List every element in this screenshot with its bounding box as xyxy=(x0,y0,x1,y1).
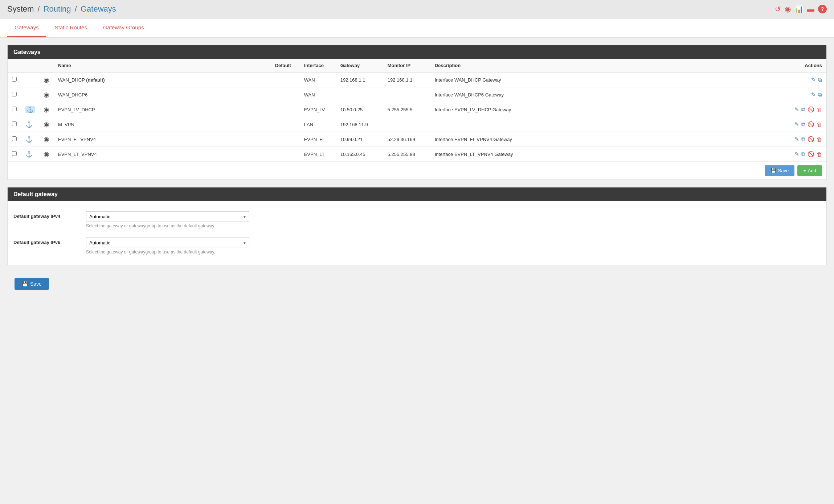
status-icon: ◉ xyxy=(44,106,49,113)
status-icon: ◉ xyxy=(44,136,49,143)
stop-icon[interactable]: ◉ xyxy=(785,5,791,13)
breadcrumb-routing[interactable]: Routing xyxy=(44,4,71,13)
help-icon[interactable]: ? xyxy=(818,5,827,13)
add-button[interactable]: + Add xyxy=(797,165,822,176)
ban-icon[interactable]: 🚫 xyxy=(808,151,814,157)
gateway-description: Interface EVPN_FI_VPNV4 Gateway xyxy=(430,132,783,147)
breadcrumb-gateways[interactable]: Gateways xyxy=(81,4,116,13)
gateway-interface: LAN xyxy=(300,117,336,132)
gateway-actions: ✎⧉🚫🗑 xyxy=(783,147,826,162)
ipv6-select-wrap: Automatic xyxy=(86,237,249,248)
gateway-ip: 10.50.0.25 xyxy=(336,102,383,117)
table-row: ◉WAN_DHCP6WANInterface WAN_DHCP6 Gateway… xyxy=(8,87,826,102)
gateway-interface: EVPN_FI xyxy=(300,132,336,147)
gateway-description: Interface WAN_DHCP6 Gateway xyxy=(430,87,783,102)
row-checkbox[interactable] xyxy=(12,92,17,96)
anchor-icon[interactable]: ⚓ xyxy=(25,121,33,128)
gateway-actions: ✎⧉ xyxy=(783,87,826,102)
status-icon: ◉ xyxy=(44,76,49,83)
delete-icon[interactable]: 🗑 xyxy=(817,136,822,142)
default-gateway-section: Default gateway Default gateway IPv4 Aut… xyxy=(7,187,827,265)
main-content: Gateways Name Default Interface Gateway … xyxy=(0,38,834,303)
tab-gateways[interactable]: Gateways xyxy=(7,18,46,37)
ipv4-select[interactable]: Automatic xyxy=(86,211,249,222)
delete-icon[interactable]: 🗑 xyxy=(817,151,822,157)
row-checkbox[interactable] xyxy=(12,77,17,82)
gateway-interface: EVPN_LV xyxy=(300,102,336,117)
delete-icon[interactable]: 🗑 xyxy=(817,107,822,113)
ban-icon[interactable]: 🚫 xyxy=(808,106,814,113)
bottom-save-icon: 💾 xyxy=(22,281,28,287)
add-plus-icon: + xyxy=(803,168,806,173)
bottom-save-button[interactable]: 💾 Save xyxy=(15,278,49,290)
gateway-monitor-ip: 192.168.1.1 xyxy=(383,72,430,87)
copy-icon[interactable]: ⧉ xyxy=(818,77,822,83)
edit-icon[interactable]: ✎ xyxy=(811,91,816,98)
ipv6-label: Default gateway IPv6 xyxy=(13,237,86,245)
delete-icon[interactable]: 🗑 xyxy=(817,121,822,128)
tab-gateway-groups[interactable]: Gateway Groups xyxy=(96,18,151,37)
gateway-name: EVPN_LV_DHCP xyxy=(54,102,271,117)
bottom-actions: 💾 Save xyxy=(7,272,827,296)
ipv4-help: Select the gateway or gatewaygroup to us… xyxy=(86,223,821,228)
gateway-interface: WAN xyxy=(300,87,336,102)
chart-icon[interactable]: 📊 xyxy=(794,5,804,13)
ban-icon[interactable]: 🚫 xyxy=(808,121,814,128)
tabs-bar: Gateways Static Routes Gateway Groups xyxy=(0,18,834,38)
reload-icon[interactable]: ↺ xyxy=(775,5,781,13)
row-checkbox[interactable] xyxy=(12,121,17,126)
ban-icon[interactable]: 🚫 xyxy=(808,136,814,142)
default-gateway-form: Default gateway IPv4 Automatic Select th… xyxy=(8,201,826,265)
row-checkbox[interactable] xyxy=(12,136,17,141)
tab-static-routes[interactable]: Static Routes xyxy=(48,18,94,37)
ipv6-select[interactable]: Automatic xyxy=(86,237,249,248)
col-header-anchor xyxy=(21,59,39,72)
gateway-default xyxy=(271,87,300,102)
gateway-monitor-ip: 52.29.36.169 xyxy=(383,132,430,147)
copy-icon[interactable]: ⧉ xyxy=(801,136,805,142)
gateway-description: Interface EVPN_LV_DHCP Gateway xyxy=(430,102,783,117)
edit-icon[interactable]: ✎ xyxy=(794,151,799,157)
gateway-name: WAN_DHCP6 xyxy=(54,87,271,102)
anchor-icon[interactable]: ⚓ xyxy=(25,151,33,157)
anchor-icon[interactable]: ⚓ xyxy=(25,136,33,142)
default-gateway-header: Default gateway xyxy=(8,187,826,201)
gateway-actions: ✎⧉🚫🗑 xyxy=(783,117,826,132)
edit-icon[interactable]: ✎ xyxy=(811,77,816,83)
copy-icon[interactable]: ⧉ xyxy=(801,106,805,113)
copy-icon[interactable]: ⧉ xyxy=(818,91,822,98)
edit-icon[interactable]: ✎ xyxy=(794,106,799,113)
row-checkbox[interactable] xyxy=(12,107,17,111)
save-floppy-icon: 💾 xyxy=(770,168,776,173)
col-header-status xyxy=(39,59,54,72)
row-checkbox[interactable] xyxy=(12,151,17,156)
gateway-name: EVPN_LT_VPNV4 xyxy=(54,147,271,162)
edit-icon[interactable]: ✎ xyxy=(794,136,799,142)
copy-icon[interactable]: ⧉ xyxy=(801,121,805,128)
breadcrumb-sep1: / xyxy=(37,4,40,13)
gateway-actions: ✎⧉🚫🗑 xyxy=(783,102,826,117)
gateway-default xyxy=(271,72,300,87)
anchor-icon[interactable]: ⚓ xyxy=(25,106,35,113)
gateway-interface: EVPN_LT xyxy=(300,147,336,162)
col-header-actions: Actions xyxy=(783,59,826,72)
gateway-ip: 10.99.0.21 xyxy=(336,132,383,147)
gateways-section: Gateways Name Default Interface Gateway … xyxy=(7,45,827,180)
table-row: ⚓◉EVPN_FI_VPNV4EVPN_FI10.99.0.2152.29.36… xyxy=(8,132,826,147)
gateway-ip xyxy=(336,87,383,102)
col-header-default: Default xyxy=(271,59,300,72)
breadcrumb-system: System xyxy=(7,4,34,13)
table-row: ⚓◉M_VPNLAN192.168.11.9✎⧉🚫🗑 xyxy=(8,117,826,132)
col-header-name: Name xyxy=(54,59,271,72)
gateway-ip: 192.168.1.1 xyxy=(336,72,383,87)
gateway-name: EVPN_FI_VPNV4 xyxy=(54,132,271,147)
gateways-table: Name Default Interface Gateway Monitor I… xyxy=(8,59,826,161)
table-footer: 💾 Save + Add xyxy=(8,161,826,179)
copy-icon[interactable]: ⧉ xyxy=(801,151,805,157)
gateway-default xyxy=(271,117,300,132)
gateway-interface: WAN xyxy=(300,72,336,87)
gateway-description xyxy=(430,117,783,132)
save-button[interactable]: 💾 Save xyxy=(765,165,795,176)
list-icon[interactable]: ▬ xyxy=(807,5,814,13)
edit-icon[interactable]: ✎ xyxy=(794,121,799,128)
